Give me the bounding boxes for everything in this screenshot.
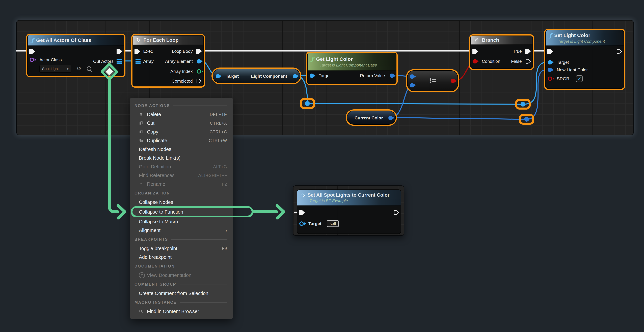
reroute-pin[interactable] xyxy=(520,102,525,107)
node-get-all-actors-of-class[interactable]: ƒ Get All Actors Of Class Actor Class Ou… xyxy=(27,35,124,76)
actor-class-pin[interactable] xyxy=(30,58,34,62)
return-value-pin[interactable] xyxy=(390,74,394,78)
node-for-each-loop[interactable]: ↻ For Each Loop Exec Loop Body Array Arr… xyxy=(132,35,204,86)
node-current-color-getter[interactable]: Current Color xyxy=(347,111,396,125)
menu-item-add-breakpoint[interactable]: Add breakpoint xyxy=(130,253,233,261)
srgb-checkbox[interactable]: ✓ xyxy=(576,75,582,82)
light-component-pin[interactable] xyxy=(293,74,297,78)
exec-in-pin[interactable] xyxy=(548,49,553,54)
submenu-chevron-icon: › xyxy=(225,228,227,233)
node-header: Branch xyxy=(471,36,532,44)
current-color-pin[interactable] xyxy=(388,116,393,120)
array-pin[interactable] xyxy=(136,59,137,60)
exec-in-pin[interactable] xyxy=(299,210,305,215)
menu-section-node-actions: NODE ACTIONS xyxy=(130,101,233,110)
collapsed-function-icon: ◇ xyxy=(301,192,305,198)
function-icon: ƒ xyxy=(311,56,314,62)
node-subtitle: Target is BP Example xyxy=(310,198,397,203)
menu-item-label: Alignment xyxy=(139,228,225,233)
menu-item-label: Find References xyxy=(139,173,198,178)
node-title: Get All Actors Of Class xyxy=(36,37,91,43)
exec-out-pin[interactable] xyxy=(394,210,399,215)
reroute-node[interactable] xyxy=(519,114,534,125)
menu-item-duplicate[interactable]: Duplicate CTRL+W xyxy=(130,136,233,145)
menu-item-find-references[interactable]: Find References ALT+SHIFT+F xyxy=(130,171,233,180)
check-icon: ✓ xyxy=(577,76,581,82)
false-exec-pin[interactable] xyxy=(526,58,531,64)
true-exec-pin[interactable] xyxy=(525,48,531,54)
annotation-arrowhead xyxy=(277,205,284,218)
menu-item-goto-definition[interactable]: Goto Definition ALT+G xyxy=(130,162,233,171)
exec-out-pin[interactable] xyxy=(616,49,622,54)
false-label: False xyxy=(511,58,522,64)
out-actors-array-pin[interactable] xyxy=(116,59,118,60)
array-index-pin[interactable] xyxy=(197,69,201,74)
cut-icon xyxy=(139,121,147,125)
exec-out-pin[interactable] xyxy=(116,48,122,54)
blueprint-editor: { "colors": { "selection_orange": "#F793… xyxy=(0,0,644,332)
result-pin[interactable] xyxy=(451,79,455,83)
copy-icon xyxy=(139,130,147,134)
node-set-light-color[interactable]: ƒ Set Light Color Target is Light Compon… xyxy=(546,30,624,89)
target-pin[interactable] xyxy=(299,221,304,226)
node-branch[interactable]: Branch True Condition False xyxy=(470,35,533,69)
menu-item-label: Toggle breakpoint xyxy=(139,246,222,251)
menu-item-rename[interactable]: Rename F2 xyxy=(130,180,233,188)
target-pin[interactable] xyxy=(548,60,552,64)
menu-item-collapse-nodes[interactable]: Collapse Nodes xyxy=(130,198,233,206)
node-not-equal[interactable]: != xyxy=(407,70,458,91)
menu-item-refresh-nodes[interactable]: Refresh Nodes xyxy=(130,145,233,154)
completed-label: Completed xyxy=(172,78,193,84)
node-title: Branch xyxy=(482,37,499,43)
reroute-node[interactable] xyxy=(300,98,315,109)
exec-in-pin[interactable] xyxy=(472,48,478,54)
true-label: True xyxy=(513,48,522,54)
menu-item-shortcut: ALT+SHIFT+F xyxy=(198,173,227,178)
menu-item-shortcut: CTRL+X xyxy=(210,121,227,126)
actor-class-dropdown[interactable]: Spot Light ▾ xyxy=(40,65,71,73)
menu-item-shortcut: ALT+G xyxy=(213,164,227,169)
node-get-light-color[interactable]: ƒ Get Light Color Target is Light Compon… xyxy=(307,53,396,84)
target-pin[interactable] xyxy=(216,74,220,78)
menu-item-label: Collapse Nodes xyxy=(139,199,227,205)
menu-item-label: Goto Definition xyxy=(139,164,213,169)
target-label: Target xyxy=(319,73,331,79)
reset-to-default-icon[interactable]: ↺ xyxy=(77,66,82,71)
target-pin[interactable] xyxy=(310,74,314,78)
menu-item-alignment[interactable]: Alignment › xyxy=(130,226,233,235)
reroute-pin[interactable] xyxy=(524,117,529,122)
menu-item-collapse-to-macro[interactable]: Collapse to Macro xyxy=(130,217,233,226)
menu-item-delete[interactable]: Delete DELETE xyxy=(130,110,233,119)
node-light-component-getter[interactable]: Target Light Component xyxy=(213,69,300,83)
search-icon[interactable] xyxy=(87,66,92,71)
trash-icon xyxy=(139,112,147,117)
node-title: For Each Loop xyxy=(144,37,178,43)
exec-in-pin[interactable] xyxy=(134,48,140,54)
menu-item-cut[interactable]: Collapse Nodes Cut CTRL+X xyxy=(130,119,233,128)
return-value-label: Return Value xyxy=(360,73,385,79)
srgb-pin[interactable] xyxy=(548,77,552,81)
menu-item-toggle-breakpoint[interactable]: Toggle breakpoint F9 xyxy=(130,244,233,253)
srgb-label: SRGB xyxy=(557,76,569,82)
node-set-all-spot-lights[interactable]: ◇ Set All Spot Lights to Current Color T… xyxy=(297,189,401,234)
loop-body-exec-pin[interactable] xyxy=(196,48,202,54)
menu-item-create-comment[interactable]: Create Comment from Selection xyxy=(130,289,233,298)
section-header-label: NODE ACTIONS xyxy=(134,104,170,108)
array-element-pin[interactable] xyxy=(197,59,201,63)
target-label: Target xyxy=(226,73,239,79)
condition-pin[interactable] xyxy=(473,59,477,63)
menu-item-view-documentation[interactable]: ? View Documentation xyxy=(130,271,233,280)
new-light-color-pin[interactable] xyxy=(548,68,552,72)
not-equal-operator: != xyxy=(408,76,458,85)
reroute-node[interactable] xyxy=(515,99,531,110)
menu-item-copy[interactable]: Copy CTRL+C xyxy=(130,128,233,136)
menu-item-label: View Documentation xyxy=(147,273,227,278)
menu-item-find-in-content-browser[interactable]: Find in Content Browser xyxy=(130,307,233,316)
menu-item-label: Create Comment from Selection xyxy=(139,291,227,296)
menu-item-break-node-links[interactable]: Break Node Link(s) xyxy=(130,154,233,162)
completed-exec-pin[interactable] xyxy=(196,78,202,84)
menu-item-label: Break Node Link(s) xyxy=(139,155,227,161)
exec-in-pin[interactable] xyxy=(29,48,35,54)
reroute-pin[interactable] xyxy=(305,101,310,106)
function-icon: ƒ xyxy=(31,37,34,43)
